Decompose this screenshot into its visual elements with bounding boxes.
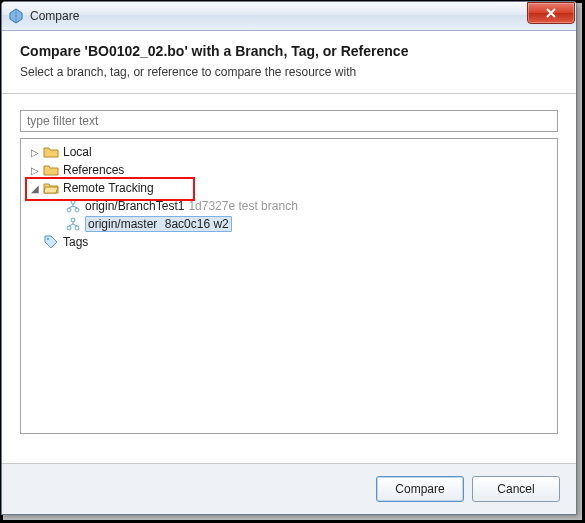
branch-icon: [65, 198, 81, 214]
close-icon: [545, 8, 557, 18]
tree-node-remote-tracking[interactable]: ◢ Remote Tracking: [23, 179, 555, 197]
folder-open-icon: [43, 180, 59, 196]
tree-label: References: [63, 163, 124, 177]
titlebar[interactable]: Compare: [2, 2, 576, 31]
compare-button[interactable]: Compare: [376, 476, 464, 502]
window-title: Compare: [30, 9, 79, 23]
svg-point-3: [67, 226, 71, 230]
svg-point-1: [75, 208, 79, 212]
svg-point-5: [71, 218, 75, 222]
expand-icon[interactable]: ▷: [29, 165, 41, 176]
expand-icon[interactable]: ▷: [29, 147, 41, 158]
tree-node-branch[interactable]: origin/BranchTest1 1d7327e test branch: [23, 197, 555, 215]
branch-info: 1d7327e test branch: [188, 199, 297, 213]
tags-icon: [43, 234, 59, 250]
dialog-header: Compare 'BO0102_02.bo' with a Branch, Ta…: [2, 31, 576, 93]
tree-node-tags[interactable]: Tags: [23, 233, 555, 251]
folder-icon: [43, 144, 59, 160]
tree-label: Local: [63, 145, 92, 159]
tree-label: Remote Tracking: [63, 181, 154, 195]
filter-input[interactable]: [20, 110, 558, 132]
collapse-icon[interactable]: ◢: [29, 183, 41, 194]
svg-point-4: [75, 226, 79, 230]
branch-name: origin/master: [88, 217, 157, 231]
branch-icon: [65, 216, 81, 232]
svg-point-0: [67, 208, 71, 212]
dialog-compare: Compare Compare 'BO0102_02.bo' with a Br…: [1, 1, 577, 515]
dialog-footer: Compare Cancel: [2, 463, 576, 514]
tree-node-references[interactable]: ▷ References: [23, 161, 555, 179]
cancel-button[interactable]: Cancel: [472, 476, 560, 502]
tree-node-branch-selected[interactable]: origin/master 8ac0c16 w2: [23, 215, 555, 233]
svg-point-2: [71, 200, 75, 204]
branch-info: 8ac0c16 w2: [165, 217, 229, 231]
folder-icon: [43, 162, 59, 178]
dialog-heading: Compare 'BO0102_02.bo' with a Branch, Ta…: [20, 43, 558, 59]
ref-tree[interactable]: ▷ Local ▷ References ◢: [20, 138, 558, 434]
tree-node-local[interactable]: ▷ Local: [23, 143, 555, 161]
app-icon: [8, 8, 24, 24]
dialog-subtitle: Select a branch, tag, or reference to co…: [20, 65, 558, 79]
branch-name: origin/BranchTest1: [85, 199, 184, 213]
tree-label: Tags: [63, 235, 88, 249]
close-button[interactable]: [527, 2, 575, 24]
svg-point-6: [47, 238, 49, 240]
